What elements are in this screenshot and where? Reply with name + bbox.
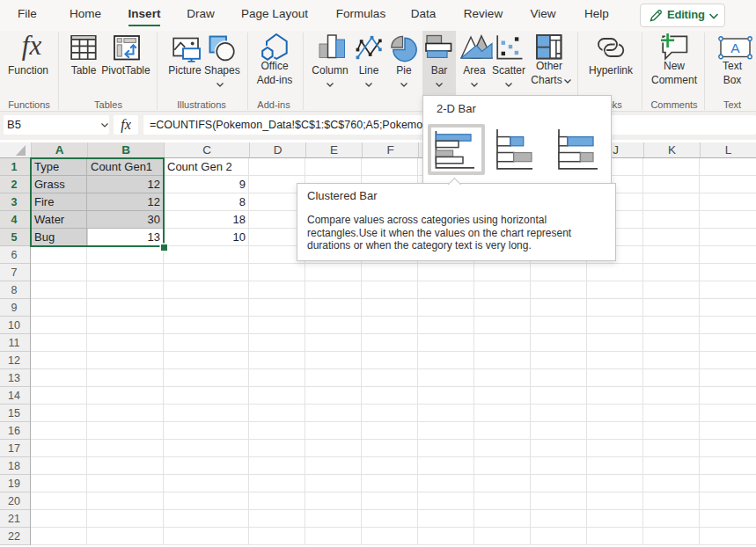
svg-text:A: A	[730, 40, 740, 55]
